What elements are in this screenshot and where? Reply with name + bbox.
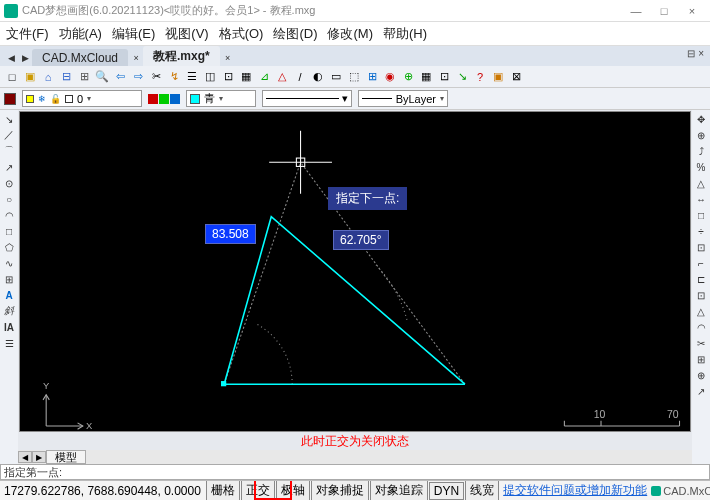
menu-view[interactable]: 视图(V) (165, 25, 208, 43)
tool-mtext-icon[interactable]: IA (2, 320, 16, 334)
toolbar-new-icon[interactable]: □ (4, 69, 20, 85)
toolbar-block-icon[interactable]: ◫ (202, 69, 218, 85)
menu-format[interactable]: 格式(O) (219, 25, 264, 43)
menu-draw[interactable]: 绘图(D) (273, 25, 317, 43)
tool-donut-icon[interactable]: ⊙ (2, 176, 16, 190)
tool-text-icon[interactable]: A (2, 288, 16, 302)
modeltab-next[interactable]: ▶ (32, 451, 46, 463)
toolbar-redo-icon[interactable]: ⇨ (130, 69, 146, 85)
mod-explode-icon[interactable]: ⊡ (694, 288, 708, 302)
drawing-canvas[interactable]: Y X 10 70 83.508 62.705° 指定下一点: (19, 111, 691, 432)
menu-modify[interactable]: 修改(M) (327, 25, 373, 43)
toolbar-dim-icon[interactable]: ⊿ (256, 69, 272, 85)
toolbar-half-icon[interactable]: ◐ (310, 69, 326, 85)
menu-function[interactable]: 功能(A) (59, 25, 102, 43)
lineweight-dropdown[interactable]: ▾ (262, 90, 352, 107)
maximize-button[interactable]: □ (650, 2, 678, 20)
toolbar-array-icon[interactable]: ⊞ (364, 69, 380, 85)
tabs-prev[interactable]: ◀ (4, 50, 18, 66)
toolbar-match-icon[interactable]: ↯ (166, 69, 182, 85)
linetype-dropdown[interactable]: ByLayer ▾ (358, 90, 448, 107)
mod-rotate-icon[interactable]: ⤴ (694, 144, 708, 158)
toolbar-saveas-icon[interactable]: ⊟ (58, 69, 74, 85)
mod-copy-icon[interactable]: ⊕ (694, 128, 708, 142)
mod-scale-icon[interactable]: % (694, 160, 708, 174)
tab-tutorial[interactable]: 教程.mxg* (143, 46, 220, 66)
toggle-ortho[interactable]: 正交 (241, 480, 275, 500)
toolbar-save-icon[interactable]: ⌂ (40, 69, 56, 85)
toolbar-target-icon[interactable]: ◉ (382, 69, 398, 85)
toolbar-grid-icon[interactable]: ▦ (238, 69, 254, 85)
menu-edit[interactable]: 编辑(E) (112, 25, 155, 43)
color-green[interactable] (159, 94, 169, 104)
close-button[interactable]: × (678, 2, 706, 20)
toolbar-layers-icon[interactable]: ☰ (184, 69, 200, 85)
toolbar-table-icon[interactable]: ▦ (418, 69, 434, 85)
feedback-link[interactable]: 提交软件问题或增加新功能 (503, 482, 647, 499)
toolbar-box2-icon[interactable]: ⊡ (436, 69, 452, 85)
tool-spline-icon[interactable]: ∿ (2, 256, 16, 270)
tool-list-icon[interactable]: ☰ (2, 336, 16, 350)
tab-tutorial-close[interactable]: × (221, 50, 235, 66)
mod-chamfer-icon[interactable]: △ (694, 304, 708, 318)
tool-ray-icon[interactable]: ↗ (2, 160, 16, 174)
tool-hatch-icon[interactable]: ⊞ (2, 272, 16, 286)
mod-offset-icon[interactable]: □ (694, 208, 708, 222)
tab-cloud-close[interactable]: × (129, 50, 143, 66)
color-red[interactable] (148, 94, 158, 104)
toggle-lwt[interactable]: 线宽 (465, 480, 499, 500)
mod-extend-icon[interactable]: ⊏ (694, 272, 708, 286)
tool-line-icon[interactable]: ／ (2, 128, 16, 142)
mod-trim-icon[interactable]: ⌐ (694, 256, 708, 270)
modeltab-prev[interactable]: ◀ (18, 451, 32, 463)
toolbar-img-icon[interactable]: ▣ (490, 69, 506, 85)
tool-arc-icon[interactable]: ⌒ (2, 144, 16, 158)
toolbar-help-icon[interactable]: ? (472, 69, 488, 85)
color-dropdown[interactable]: 青 ▾ (186, 90, 256, 107)
toolbar-open-icon[interactable]: ▣ (22, 69, 38, 85)
layer-dropdown[interactable]: ❄ 🔓 0 ▾ (22, 90, 142, 107)
tab-cloud[interactable]: CAD.MxCloud (32, 49, 128, 66)
toolbar-zoom-icon[interactable]: 🔍 (94, 69, 110, 85)
toolbar-undo-icon[interactable]: ⇦ (112, 69, 128, 85)
toolbar-tri-icon[interactable]: △ (274, 69, 290, 85)
toggle-otrack[interactable]: 对象追踪 (370, 480, 428, 500)
toggle-osnap[interactable]: 对象捕捉 (311, 480, 369, 500)
minimize-button[interactable]: — (622, 2, 650, 20)
mod-cut-icon[interactable]: ✂ (694, 336, 708, 350)
mod-fillet-icon[interactable]: ◠ (694, 320, 708, 334)
tool-pointer-icon[interactable]: ↘ (2, 112, 16, 126)
mod-align-icon[interactable]: ⊕ (694, 368, 708, 382)
tool-rect-icon[interactable]: □ (2, 224, 16, 238)
current-color-swatch[interactable] (4, 93, 16, 105)
toggle-grid[interactable]: 栅格 (206, 480, 240, 500)
toolbar-line-icon[interactable]: / (292, 69, 308, 85)
toolbar-arrow-icon[interactable]: ↘ (454, 69, 470, 85)
color-blue[interactable] (170, 94, 180, 104)
mod-array-icon[interactable]: ⊞ (694, 352, 708, 366)
menu-file[interactable]: 文件(F) (6, 25, 49, 43)
tool-arc2-icon[interactable]: ◠ (2, 208, 16, 222)
menu-help[interactable]: 帮助(H) (383, 25, 427, 43)
tabs-controls[interactable]: ⊟ × (687, 48, 704, 59)
mod-leader-icon[interactable]: ↗ (694, 384, 708, 398)
mod-move-icon[interactable]: ✥ (694, 112, 708, 126)
toolbar-fill-icon[interactable]: ⊠ (508, 69, 524, 85)
tool-polygon-icon[interactable]: ⬠ (2, 240, 16, 254)
toggle-dyn[interactable]: DYN (429, 482, 464, 500)
mod-stretch-icon[interactable]: ↔ (694, 192, 708, 206)
toolbar-plus-icon[interactable]: ⊕ (400, 69, 416, 85)
toolbar-cut-icon[interactable]: ✂ (148, 69, 164, 85)
command-line[interactable]: 指定第一点: (0, 464, 710, 480)
toolbar-rect-icon[interactable]: ▭ (328, 69, 344, 85)
tool-italic-icon[interactable]: 斜 (2, 304, 16, 318)
tabs-next[interactable]: ▶ (18, 50, 32, 66)
mod-mirror-icon[interactable]: △ (694, 176, 708, 190)
toggle-polar[interactable]: 极轴 (276, 480, 310, 500)
mod-join-icon[interactable]: ⊡ (694, 240, 708, 254)
toolbar-prop-icon[interactable]: ⊡ (220, 69, 236, 85)
mod-break-icon[interactable]: ÷ (694, 224, 708, 238)
tab-model[interactable]: 模型 (46, 450, 86, 464)
tool-circle-icon[interactable]: ○ (2, 192, 16, 206)
toolbar-print-icon[interactable]: ⊞ (76, 69, 92, 85)
